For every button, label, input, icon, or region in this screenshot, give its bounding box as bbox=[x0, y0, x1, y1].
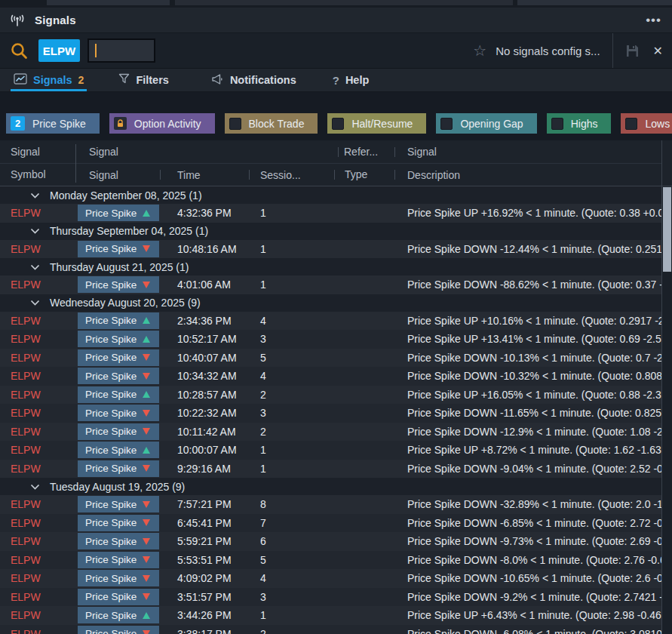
table-row[interactable]: ELPWPrice Spike7:57:21 PM8Price Spike DO… bbox=[0, 495, 661, 514]
cell-session: 7 bbox=[253, 517, 336, 529]
chip-checkbox[interactable] bbox=[332, 118, 344, 130]
col-time[interactable]: Time bbox=[177, 169, 201, 181]
cell-symbol: ELPW bbox=[0, 407, 78, 419]
chip-checkbox[interactable] bbox=[229, 118, 241, 130]
table-row[interactable]: ELPWPrice Spike3:51:57 PM3Price Spike DO… bbox=[0, 588, 661, 607]
filter-strip: 2Price SpikeOption ActivityBlock TradeHa… bbox=[0, 92, 672, 140]
table-row[interactable]: ELPWPrice Spike4:01:06 AM1Price Spike DO… bbox=[0, 275, 661, 294]
arrow-up-icon bbox=[143, 391, 150, 398]
signal-type-chip: Price Spike bbox=[78, 460, 159, 477]
chip-label: Opening Gap bbox=[460, 118, 526, 130]
scrollbar-thumb[interactable] bbox=[663, 187, 671, 272]
group-header[interactable]: Thursday September 04, 2025 (1) bbox=[0, 223, 661, 240]
filter-chip-option-activity[interactable]: Option Activity bbox=[109, 113, 215, 134]
cell-signal: Price Spike bbox=[78, 368, 170, 384]
chip-checkbox[interactable] bbox=[625, 118, 637, 130]
cell-time: 4:09:02 PM bbox=[170, 572, 253, 584]
table-row[interactable]: ELPWPrice Spike10:52:17 AM3Price Spike U… bbox=[0, 330, 661, 349]
cell-session: 3 bbox=[253, 591, 336, 603]
tab-notifications[interactable]: Notifications bbox=[201, 69, 307, 91]
signal-type-label: Price Spike bbox=[85, 208, 137, 219]
filter-chip-halt-resume[interactable]: Halt/Resume bbox=[327, 113, 426, 134]
chevron-down-icon[interactable] bbox=[15, 264, 40, 270]
col-signal-group-3[interactable]: Signal bbox=[407, 146, 437, 158]
col-description[interactable]: Description bbox=[407, 169, 460, 181]
table-row[interactable]: ELPWPrice Spike10:11:42 AM2Price Spike D… bbox=[0, 423, 661, 442]
filter-chip-lows[interactable]: Lows bbox=[621, 113, 672, 134]
arrow-down-icon bbox=[143, 556, 150, 563]
signal-type-chip: Price Spike bbox=[78, 368, 159, 384]
table-row[interactable]: ELPWPrice Spike10:48:16 AM1Price Spike D… bbox=[0, 240, 661, 259]
chip-checkbox[interactable] bbox=[551, 118, 563, 130]
cell-description: Price Spike DOWN -6.85% < 1 minute. (Quo… bbox=[407, 517, 661, 529]
table-row[interactable]: ELPWPrice Spike4:09:02 PM4Price Spike DO… bbox=[0, 569, 661, 588]
table-row[interactable]: ELPWPrice Spike5:59:21 PM6Price Spike DO… bbox=[0, 532, 661, 551]
arrow-down-icon bbox=[143, 575, 150, 582]
cell-symbol: ELPW bbox=[0, 315, 78, 327]
favorite-star-icon[interactable]: ☆ bbox=[473, 43, 486, 58]
table-row[interactable]: ELPWPrice Spike9:29:16 AM1Price Spike DO… bbox=[0, 460, 661, 479]
table-row[interactable]: ELPWPrice Spike3:38:17 PM2Price Spike DO… bbox=[0, 625, 661, 634]
tab-signals[interactable]: Signals 2 bbox=[3, 69, 94, 91]
table-row[interactable]: ELPWPrice Spike2:34:36 PM4Price Spike UP… bbox=[0, 312, 661, 331]
group-header[interactable]: Monday September 08, 2025 (1) bbox=[0, 186, 661, 204]
cell-description: Price Spike DOWN -88.62% < 1 minute. (Qu… bbox=[407, 279, 661, 291]
filter-chip-price-spike[interactable]: 2Price Spike bbox=[6, 113, 100, 134]
search-icon[interactable] bbox=[10, 42, 29, 60]
arrow-down-icon bbox=[143, 245, 150, 252]
close-icon[interactable]: ✕ bbox=[653, 44, 663, 58]
table-row[interactable]: ELPWPrice Spike3:44:26 PM1Price Spike UP… bbox=[0, 606, 661, 625]
table-header: Signal Signal Refer... Signal Symbol Sig… bbox=[0, 140, 672, 186]
group-header[interactable]: Tuesday August 19, 2025 (9) bbox=[0, 478, 661, 495]
col-signal-group-2[interactable]: Signal bbox=[89, 146, 118, 158]
chevron-down-icon[interactable] bbox=[15, 228, 40, 234]
col-session[interactable]: Sessio... bbox=[260, 169, 301, 181]
group-header[interactable]: Thursday August 21, 2025 (1) bbox=[0, 258, 661, 275]
signal-type-label: Price Spike bbox=[85, 315, 137, 326]
table-row[interactable]: ELPWPrice Spike10:34:32 AM4Price Spike D… bbox=[0, 367, 661, 386]
col-signal-group-1[interactable]: Signal bbox=[11, 146, 40, 158]
chevron-down-icon[interactable] bbox=[15, 484, 40, 490]
config-status-label: No signals config s... bbox=[496, 45, 600, 57]
signal-type-chip: Price Spike bbox=[78, 552, 159, 568]
symbol-badge[interactable]: ELPW bbox=[38, 39, 80, 62]
scrollbar[interactable] bbox=[661, 186, 672, 634]
table-row[interactable]: ELPWPrice Spike5:53:51 PM5Price Spike DO… bbox=[0, 551, 661, 570]
cell-symbol: ELPW bbox=[0, 572, 78, 584]
chevron-down-icon[interactable] bbox=[15, 192, 40, 199]
cell-symbol: ELPW bbox=[0, 444, 78, 456]
cell-time: 2:34:36 PM bbox=[170, 315, 253, 327]
cell-session: 4 bbox=[253, 572, 336, 584]
cell-symbol: ELPW bbox=[0, 243, 78, 255]
table-row[interactable]: ELPWPrice Spike10:28:57 AM2Price Spike U… bbox=[0, 386, 661, 405]
table-row[interactable]: ELPWPrice Spike10:22:32 AM3Price Spike D… bbox=[0, 404, 661, 423]
chevron-down-icon[interactable] bbox=[15, 300, 40, 306]
col-signal[interactable]: Signal bbox=[89, 169, 118, 181]
tab-help[interactable]: ? Help bbox=[322, 69, 380, 91]
chip-checkbox[interactable] bbox=[440, 118, 453, 130]
cell-session: 1 bbox=[253, 463, 336, 475]
col-reference[interactable]: Refer... bbox=[344, 146, 378, 158]
table-row[interactable]: ELPWPrice Spike6:45:41 PM7Price Spike DO… bbox=[0, 514, 661, 533]
filter-chip-block-trade[interactable]: Block Trade bbox=[225, 113, 318, 134]
col-symbol[interactable]: Symbol bbox=[11, 168, 46, 180]
text-caret bbox=[95, 44, 97, 57]
group-header[interactable]: Wednesday August 20, 2025 (9) bbox=[0, 294, 661, 312]
table-row[interactable]: ELPWPrice Spike4:32:36 PM1Price Spike UP… bbox=[0, 204, 661, 223]
filter-chip-opening-gap[interactable]: Opening Gap bbox=[436, 113, 536, 134]
window-menu-button[interactable]: ••• bbox=[646, 13, 661, 28]
col-type[interactable]: Type bbox=[345, 168, 367, 180]
search-input[interactable] bbox=[87, 38, 155, 63]
cell-description: Price Spike UP +8.72% < 1 minute. (Quote… bbox=[407, 444, 661, 456]
divider bbox=[661, 140, 662, 186]
cell-description: Price Spike DOWN -10.32% < 1 minute. (Qu… bbox=[407, 370, 661, 382]
table-row[interactable]: ELPWPrice Spike10:00:07 AM1Price Spike U… bbox=[0, 441, 661, 460]
arrow-up-icon bbox=[143, 210, 150, 217]
save-icon[interactable] bbox=[625, 44, 640, 58]
signal-type-label: Price Spike bbox=[85, 426, 137, 437]
tab-filters[interactable]: Filters bbox=[108, 69, 180, 91]
table-row[interactable]: ELPWPrice Spike10:40:07 AM5Price Spike D… bbox=[0, 349, 661, 368]
filter-chip-highs[interactable]: Highs bbox=[547, 113, 612, 134]
signal-type-chip: Price Spike bbox=[78, 331, 159, 347]
signal-type-label: Price Spike bbox=[85, 445, 137, 456]
